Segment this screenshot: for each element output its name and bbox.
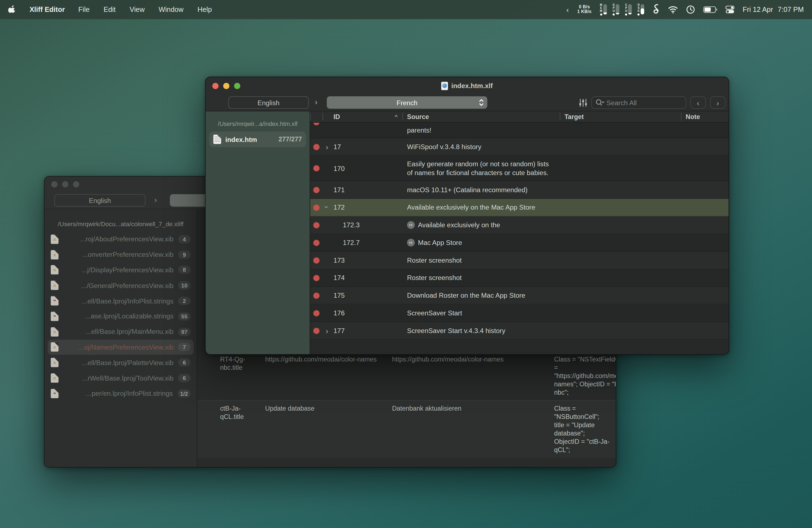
segment-row[interactable]: parents! bbox=[310, 122, 729, 138]
file-name: ...rWell/Base.lproj/ToolView.xib bbox=[63, 374, 173, 382]
segment-source: Roster screenshot bbox=[407, 274, 462, 282]
minimize-button[interactable] bbox=[223, 83, 230, 89]
system-gauges[interactable]: MEMGPUCPUDSK bbox=[600, 4, 644, 15]
gauge-cpu[interactable]: CPU bbox=[625, 4, 632, 15]
segment-source: parents! bbox=[407, 126, 431, 135]
menu-view[interactable]: View bbox=[130, 6, 144, 14]
segment-row[interactable]: › 17 WiFiSpoof v.3.4.8 history bbox=[310, 138, 729, 156]
gauge-dsk[interactable]: DSK bbox=[637, 4, 644, 15]
file-list-item[interactable]: ...ell/Base.lproj/PaletteView.xib 6 bbox=[48, 355, 194, 370]
file-name: ...per/en.lproj/InfoPlist.strings bbox=[63, 390, 173, 397]
file-type-icon bbox=[51, 327, 59, 336]
segment-row[interactable]: 170 Easily generate random (or not so ra… bbox=[310, 156, 729, 181]
next-button[interactable]: › bbox=[710, 97, 726, 109]
file-list-item[interactable]: ...j/DisplayPreferencesView.xib 8 bbox=[48, 262, 194, 278]
time-machine-icon[interactable] bbox=[686, 5, 695, 14]
file-list-item[interactable]: ...ell/Base.lproj/MainMenu.xib 97 bbox=[48, 324, 194, 339]
menubar-collapse-icon[interactable]: ‹ bbox=[566, 5, 569, 14]
table-row[interactable]: ctB-Ja-qCL.title Update database Datenba… bbox=[197, 400, 615, 458]
document-path: /Users/mrqwirk/Docu...ata/colorwell_7_de… bbox=[44, 221, 197, 228]
segment-source: Easily generate random (or not so random… bbox=[407, 160, 555, 177]
segment-count-badge: 97 bbox=[178, 327, 191, 336]
zoom-button[interactable] bbox=[234, 83, 241, 89]
search-input[interactable] bbox=[607, 99, 682, 106]
segments-table: ID ^ Source Target Note bbox=[310, 111, 729, 355]
segment-row[interactable]: › 172 Available exclusively on the Mac A… bbox=[310, 199, 729, 217]
segment-source: Available exclusively on the bbox=[418, 221, 500, 230]
file-type-icon bbox=[51, 389, 59, 398]
search-icon bbox=[595, 99, 604, 106]
segment-row[interactable]: 172.3 ‹› Available exclusively on the bbox=[310, 217, 729, 234]
file-list-item[interactable]: ...oj/NamesPreferencesView.xib 7 bbox=[48, 339, 194, 355]
close-button[interactable] bbox=[52, 181, 58, 188]
segment-count-badge: 9 bbox=[178, 250, 191, 259]
status-dot-icon bbox=[313, 122, 320, 125]
segment-row[interactable]: 172.7 ‹› Mac App Store bbox=[310, 234, 729, 252]
cell-target: https://github.com/meodai/color-names bbox=[392, 355, 548, 363]
file-list-item[interactable]: .../GeneralPreferencesView.xib 10 bbox=[48, 278, 194, 293]
segment-count-badge: 4 bbox=[178, 235, 191, 243]
disclosure-icon[interactable]: › bbox=[325, 143, 328, 150]
sort-ascending-icon: ^ bbox=[395, 114, 398, 120]
status-dot-icon bbox=[313, 165, 320, 172]
file-list-item[interactable]: ...ell/Base.lproj/InfoPlist.strings 2 bbox=[48, 293, 194, 309]
minimize-button[interactable] bbox=[62, 181, 69, 188]
gauge-gpu[interactable]: GPU bbox=[613, 4, 620, 15]
file-type-icon bbox=[51, 373, 59, 383]
target-language-dropdown[interactable]: French bbox=[327, 97, 487, 109]
status-dot-icon bbox=[313, 187, 320, 193]
gauge-mem[interactable]: MEM bbox=[600, 4, 607, 15]
file-name: ...onverterPreferencesView.xib bbox=[63, 251, 173, 259]
search-field[interactable] bbox=[591, 97, 686, 109]
source-language-button[interactable]: English bbox=[54, 194, 146, 207]
file-type-icon bbox=[51, 265, 59, 275]
column-header-note[interactable]: Note bbox=[681, 111, 729, 122]
column-header-target[interactable]: Target bbox=[560, 111, 681, 122]
segment-row[interactable]: › 177 ScreenSaver Start v.4.3.4 history bbox=[310, 322, 729, 340]
battery-icon[interactable] bbox=[704, 6, 717, 13]
file-list-item[interactable]: ...ase.lproj/Localizable.strings 55 bbox=[48, 308, 194, 324]
segment-row[interactable]: 174 Roster screenshot bbox=[310, 269, 729, 287]
status-squiggle-icon[interactable] bbox=[653, 4, 660, 15]
file-type-icon bbox=[51, 281, 59, 290]
column-header-source[interactable]: Source bbox=[402, 111, 560, 122]
segment-row[interactable]: 176 ScreenSaver Start bbox=[310, 305, 729, 322]
file-list-item[interactable]: ...per/en.lproj/InfoPlist.strings 1/2 bbox=[48, 386, 194, 401]
close-button[interactable] bbox=[213, 83, 219, 89]
network-speed[interactable]: 0 B/s 1 KB/s bbox=[577, 5, 592, 15]
menubar-time[interactable]: 7:07 PM bbox=[778, 6, 804, 14]
menu-window[interactable]: Window bbox=[159, 6, 184, 14]
segment-row[interactable]: 173 Roster screenshot bbox=[310, 252, 729, 269]
file-list-item-selected[interactable]: index.htm 277/277 bbox=[209, 131, 306, 147]
status-dot-icon bbox=[313, 144, 320, 150]
segment-row[interactable]: 175 Download Roster on the Mac App Store bbox=[310, 287, 729, 305]
file-list-item[interactable]: ...roj/AboutPreferencesView.xib 4 bbox=[48, 231, 194, 247]
wifi-icon[interactable] bbox=[668, 6, 678, 14]
status-dot-icon bbox=[313, 239, 320, 246]
source-language-button[interactable]: English bbox=[228, 97, 309, 109]
segment-row[interactable]: 171 macOS 10.11+ (Catalina recommended) bbox=[310, 181, 729, 199]
file-list-item[interactable]: ...onverterPreferencesView.xib 9 bbox=[48, 247, 194, 262]
status-dot-icon bbox=[313, 327, 320, 334]
column-header-id[interactable]: ID ^ bbox=[323, 111, 402, 122]
menu-file[interactable]: File bbox=[78, 6, 90, 14]
table-row[interactable]: RT4-Qg-nbc.title https://github.com/meod… bbox=[197, 352, 615, 400]
menu-edit[interactable]: Edit bbox=[104, 6, 116, 14]
menu-app-name[interactable]: Xliff Editor bbox=[30, 6, 65, 14]
segment-source: Download Roster on the Mac App Store bbox=[407, 291, 525, 300]
zoom-button[interactable] bbox=[73, 181, 79, 188]
menu-help[interactable]: Help bbox=[198, 6, 212, 14]
disclosure-icon[interactable]: › bbox=[323, 205, 331, 208]
filter-icon[interactable] bbox=[579, 98, 587, 107]
file-name: ...ell/Base.lproj/InfoPlist.strings bbox=[63, 297, 173, 305]
document-icon bbox=[441, 82, 448, 90]
segment-source: WiFiSpoof v.3.4.8 history bbox=[407, 143, 481, 151]
disclosure-icon[interactable]: › bbox=[325, 327, 328, 334]
file-list-item[interactable]: ...rWell/Base.lproj/ToolView.xib 6 bbox=[48, 370, 194, 386]
control-center-icon[interactable] bbox=[726, 6, 735, 14]
apple-menu-icon[interactable] bbox=[8, 5, 16, 14]
menubar-date[interactable]: Fri 12 Apr bbox=[743, 6, 773, 14]
segment-id: 171 bbox=[334, 186, 345, 194]
front-window[interactable]: index.htm.xlf English › French bbox=[205, 77, 729, 355]
previous-button[interactable]: ‹ bbox=[690, 97, 706, 109]
